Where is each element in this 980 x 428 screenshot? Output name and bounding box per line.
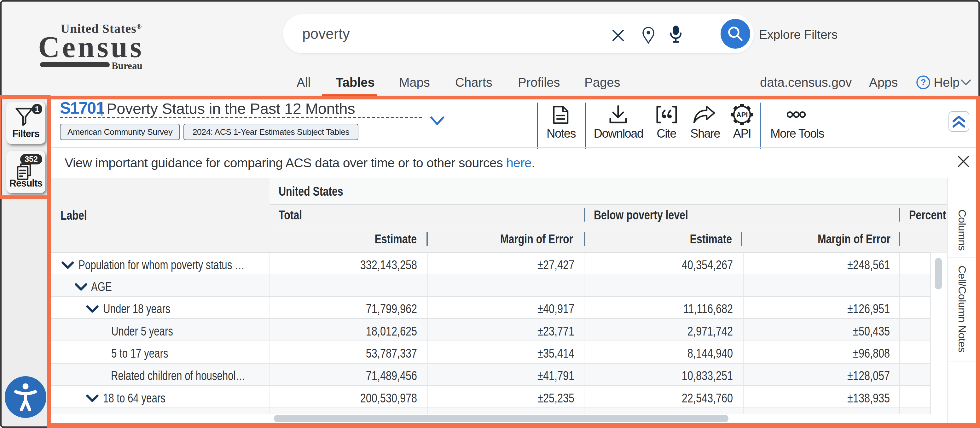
svg-text:?: ? [920, 77, 926, 87]
